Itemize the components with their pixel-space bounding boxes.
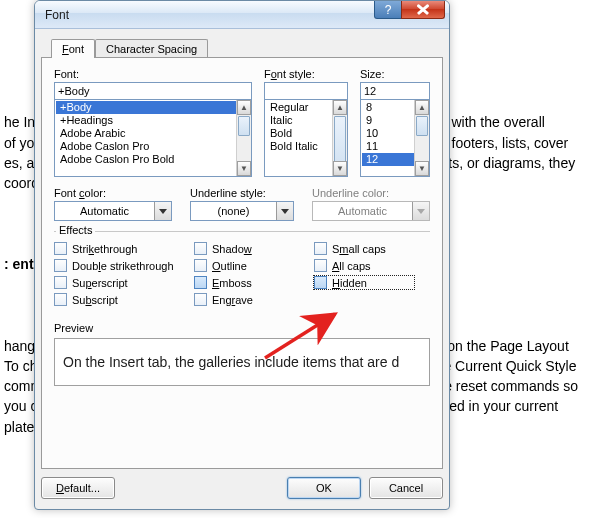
effects-group-label: Effects: [56, 224, 95, 236]
font-dialog: Font ? Font Character Spacing Font: +Bod…: [34, 0, 450, 510]
list-item[interactable]: Regular: [266, 101, 332, 114]
scroll-thumb[interactable]: [416, 116, 428, 136]
dialog-button-row: Default... OK Cancel: [41, 473, 443, 503]
list-item[interactable]: 8: [362, 101, 414, 114]
checkbox-icon: [54, 259, 67, 272]
scroll-down-icon[interactable]: ▼: [237, 161, 251, 176]
style-input[interactable]: [264, 82, 348, 100]
ok-button[interactable]: OK: [287, 477, 361, 499]
checkbox-shadow[interactable]: Shadow: [194, 242, 314, 255]
checkbox-outline[interactable]: Outline: [194, 259, 314, 272]
svg-line-0: [265, 314, 335, 358]
chevron-down-icon[interactable]: [276, 202, 293, 220]
label-underline-style: Underline style:: [190, 187, 294, 199]
tab-character-spacing[interactable]: Character Spacing: [95, 39, 208, 58]
checkbox-icon: [194, 242, 207, 255]
default-button[interactable]: Default...: [41, 477, 115, 499]
preview-label: Preview: [54, 322, 430, 334]
list-item[interactable]: Adobe Arabic: [56, 127, 236, 140]
checkbox-engrave[interactable]: Engrave: [194, 293, 314, 306]
arrow-annotation-icon: [257, 308, 349, 364]
checkbox-superscript[interactable]: Superscript: [54, 276, 194, 289]
checkbox-emboss[interactable]: Emboss: [194, 276, 314, 289]
close-button[interactable]: [401, 1, 445, 19]
list-item[interactable]: +Headings: [56, 114, 236, 127]
list-item[interactable]: Adobe Caslon Pro: [56, 140, 236, 153]
style-listbox[interactable]: Regular Italic Bold Bold Italic ▲ ▼: [264, 99, 348, 177]
titlebar[interactable]: Font ?: [35, 1, 449, 29]
underline-style-dropdown[interactable]: (none): [190, 201, 294, 221]
list-item[interactable]: Bold Italic: [266, 140, 332, 153]
tab-panel-font: Font: +Body +Headings Adobe Arabic Adobe…: [41, 57, 443, 469]
checkbox-icon: [54, 276, 67, 289]
label-size: Size:: [360, 68, 430, 80]
checkbox-strikethrough[interactable]: Strikethrough: [54, 242, 194, 255]
chevron-down-icon[interactable]: [154, 202, 171, 220]
list-item[interactable]: Italic: [266, 114, 332, 127]
list-item[interactable]: 10: [362, 127, 414, 140]
list-item[interactable]: Adobe Caslon Pro Bold: [56, 153, 236, 166]
label-font: Font:: [54, 68, 252, 80]
list-item[interactable]: 12: [362, 153, 414, 166]
checkbox-hidden[interactable]: Hidden: [314, 276, 414, 289]
tab-font[interactable]: Font: [51, 39, 95, 58]
scroll-up-icon[interactable]: ▲: [415, 100, 429, 115]
list-item[interactable]: +Body: [56, 101, 236, 114]
checkbox-icon: [314, 242, 327, 255]
chevron-down-icon: [412, 202, 429, 220]
scroll-up-icon[interactable]: ▲: [333, 100, 347, 115]
list-item[interactable]: Bold: [266, 127, 332, 140]
scroll-down-icon[interactable]: ▼: [333, 161, 347, 176]
close-icon: [416, 4, 430, 15]
cancel-button[interactable]: Cancel: [369, 477, 443, 499]
font-color-dropdown[interactable]: Automatic: [54, 201, 172, 221]
underline-color-dropdown: Automatic: [312, 201, 430, 221]
scrollbar[interactable]: ▲ ▼: [332, 100, 347, 176]
help-button[interactable]: ?: [374, 1, 402, 19]
tabstrip: Font Character Spacing: [41, 35, 443, 57]
checkbox-small-caps[interactable]: Small caps: [314, 242, 414, 255]
list-item[interactable]: 9: [362, 114, 414, 127]
checkbox-icon: [54, 293, 67, 306]
checkbox-all-caps[interactable]: All caps: [314, 259, 414, 272]
font-listbox[interactable]: +Body +Headings Adobe Arabic Adobe Caslo…: [54, 99, 252, 177]
list-item[interactable]: 11: [362, 140, 414, 153]
font-input[interactable]: [54, 82, 252, 100]
checkbox-icon: [314, 259, 327, 272]
preview-box: On the Insert tab, the galleries include…: [54, 338, 430, 386]
size-listbox[interactable]: 8 9 10 11 12 ▲ ▼: [360, 99, 430, 177]
label-style: Font style:: [264, 68, 348, 80]
scroll-thumb[interactable]: [238, 116, 250, 136]
scroll-up-icon[interactable]: ▲: [237, 100, 251, 115]
scroll-down-icon[interactable]: ▼: [415, 161, 429, 176]
scrollbar[interactable]: ▲ ▼: [414, 100, 429, 176]
checkbox-icon: [194, 293, 207, 306]
checkbox-icon: [194, 259, 207, 272]
checkbox-icon: [54, 242, 67, 255]
scrollbar[interactable]: ▲ ▼: [236, 100, 251, 176]
checkbox-icon: [314, 276, 327, 289]
checkbox-double-strikethrough[interactable]: Double strikethrough: [54, 259, 194, 272]
checkbox-subscript[interactable]: Subscript: [54, 293, 194, 306]
dialog-title: Font: [45, 8, 69, 22]
label-font-color: Font color:: [54, 187, 172, 199]
size-input[interactable]: [360, 82, 430, 100]
checkbox-icon: [194, 276, 207, 289]
label-underline-color: Underline color:: [312, 187, 430, 199]
